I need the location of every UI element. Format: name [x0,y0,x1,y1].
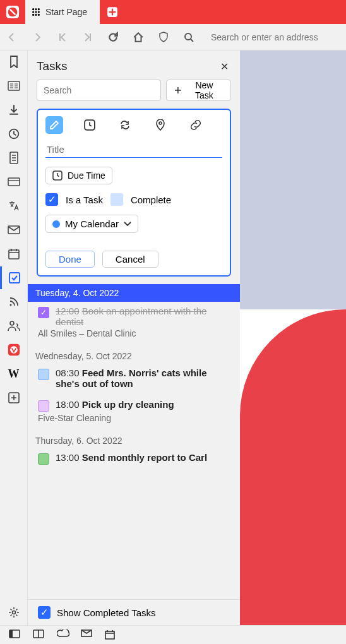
link-tab-icon[interactable] [187,116,205,134]
shield-icon[interactable] [158,32,169,43]
svg-point-7 [38,11,40,13]
svg-rect-19 [9,273,20,283]
svg-rect-17 [8,226,20,234]
svg-point-10 [38,14,40,16]
mail-status-icon[interactable] [81,629,92,641]
complete-checkbox[interactable] [110,193,123,206]
settings-icon[interactable] [8,606,20,619]
calendar-rail-icon[interactable] [8,247,20,260]
task-checkbox[interactable] [38,400,49,412]
panel-toggle-left-icon[interactable] [9,629,20,641]
date-header: Thursday, 6. Oct 2022 [28,429,240,448]
window-panel-icon[interactable] [8,176,20,188]
home-button[interactable] [133,32,144,43]
tab-bar: Start Page [0,0,346,24]
address-input[interactable] [208,32,340,42]
tiling-icon[interactable] [33,629,44,641]
svg-rect-16 [8,178,20,186]
close-panel-button[interactable]: ✕ [220,61,229,73]
wikipedia-icon[interactable]: W [8,367,20,380]
page-content [240,51,346,625]
due-time-label: Due Time [68,170,105,181]
time-tab-icon[interactable] [81,116,98,134]
show-completed-label: Show Completed Tasks [57,607,155,618]
contacts-icon[interactable] [8,319,20,332]
fastforward-button[interactable] [82,32,93,43]
translate-icon[interactable] [8,200,20,212]
task-subtitle: Five-Star Cleaning [38,413,230,423]
task-checkbox[interactable] [38,453,49,465]
task-row[interactable]: 18:00 Pick up dry cleaning Five-Star Cle… [28,395,240,429]
new-tab-button[interactable] [100,0,125,24]
svg-rect-18 [9,250,19,259]
plus-icon [174,86,182,94]
task-subtitle: All Smiles – Dental Clinic [38,328,230,338]
task-editor: Due Time ✓ Is a Task Complete My Calenda… [37,109,231,277]
calendar-status-icon[interactable] [105,629,116,641]
content-background-bottom [240,309,346,626]
feeds-icon[interactable] [8,295,20,308]
mail-icon[interactable] [8,224,20,236]
task-checkbox[interactable]: ✓ [38,307,49,318]
cancel-button[interactable]: Cancel [102,251,158,268]
new-task-label: New Task [186,80,223,100]
tasks-rail-icon[interactable] [0,266,28,289]
reading-list-icon[interactable] [8,80,20,92]
svg-point-6 [35,11,37,13]
date-header: Wednesday, 5. Oct 2022 [28,345,240,364]
vivaldi-rail-icon[interactable] [8,343,20,356]
is-task-label: Is a Task [66,194,103,205]
nav-bar [0,24,346,51]
downloads-icon[interactable] [8,104,20,116]
svg-point-27 [159,122,162,124]
task-row[interactable]: 08:30 Feed Mrs. Norris' cats while she's… [28,364,240,395]
svg-point-12 [185,33,191,40]
task-checkbox[interactable] [38,369,49,380]
history-icon[interactable] [8,128,20,140]
bookmarks-icon[interactable] [8,56,20,68]
is-task-checkbox[interactable]: ✓ [45,193,58,206]
content-background-top [240,51,346,309]
search-icon[interactable] [183,32,194,43]
task-row[interactable]: 13:00 Send monthly report to Carl [28,448,240,471]
svg-point-9 [35,14,37,16]
svg-point-2 [32,8,34,10]
grid-icon [32,8,40,16]
new-task-button[interactable]: New Task [166,80,231,101]
task-row[interactable]: ✓ 12:00 Book an appointment with the den… [28,302,240,345]
svg-point-25 [12,611,15,614]
edit-tab-icon[interactable] [45,116,63,134]
status-bar [0,625,346,644]
svg-point-20 [9,304,11,306]
forward-button[interactable] [32,32,43,43]
add-panel-icon[interactable] [8,391,20,404]
chevron-down-icon [124,222,131,227]
tab-title: Start Page [45,7,87,17]
due-time-button[interactable]: Due Time [45,167,112,184]
done-button[interactable]: Done [45,251,95,268]
location-tab-icon[interactable] [152,116,169,134]
task-title-input[interactable] [45,141,222,158]
side-rail: W [0,51,28,625]
svg-point-4 [38,8,40,10]
panel-footer: ✓ Show Completed Tasks [28,599,240,625]
panel-title: Tasks [37,59,68,73]
clock-icon [52,170,63,181]
svg-point-8 [32,14,34,16]
rewind-button[interactable] [57,32,68,43]
repeat-tab-icon[interactable] [116,116,134,134]
vivaldi-logo[interactable] [0,0,25,24]
back-button[interactable] [6,32,18,43]
show-completed-checkbox[interactable]: ✓ [38,606,51,619]
browser-tab-startpage[interactable]: Start Page [25,0,100,24]
reload-button[interactable] [107,32,119,43]
search-input[interactable] [37,80,161,101]
svg-rect-30 [9,630,13,638]
date-header-today: Tuesday, 4. Oct 2022 [28,284,240,302]
notes-icon[interactable] [8,152,20,164]
complete-label: Complete [131,194,171,205]
calendar-select[interactable]: My Calendar [45,215,138,233]
svg-rect-33 [105,631,114,639]
svg-rect-13 [8,81,20,90]
sync-icon[interactable] [57,629,68,641]
